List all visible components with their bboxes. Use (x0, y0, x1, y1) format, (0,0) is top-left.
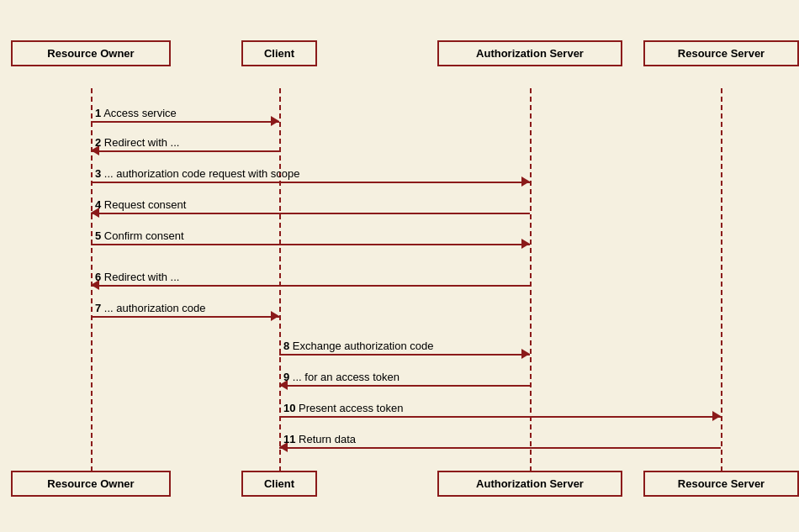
arrow-label-step-8: 8 Exchange authorization code (283, 340, 434, 352)
actor-box-bottom-auth-server: Authorization Server (437, 471, 622, 497)
actor-box-top-auth-server: Authorization Server (437, 40, 622, 66)
arrow-line (91, 244, 530, 245)
arrow-label-step-11: 11 Return data (283, 433, 356, 445)
arrow-line (279, 385, 530, 387)
step-number: 4 (95, 198, 101, 211)
actor-box-top-client: Client (241, 40, 317, 66)
arrow-label-step-3: 3 ... authorization code request with sc… (95, 167, 300, 180)
arrow-line (91, 213, 530, 214)
arrow-line (279, 447, 721, 449)
arrow-head (521, 176, 530, 187)
arrow-label-step-9: 9 ... for an access token (283, 371, 400, 383)
step-number: 9 (283, 371, 289, 383)
step-number: 2 (95, 136, 101, 149)
actor-box-bottom-client: Client (241, 471, 317, 497)
arrow-label-step-2: 2 Redirect with ... (95, 136, 179, 149)
step-number: 6 (95, 271, 101, 283)
arrow-label-step-1: 1 Access service (95, 107, 177, 119)
actor-box-bottom-resource-server: Resource Server (643, 471, 799, 497)
diagram-container: Resource OwnerClientAuthorization Server… (0, 0, 799, 532)
arrow-label-step-10: 10 Present access token (283, 402, 403, 414)
arrow-line (91, 150, 279, 152)
arrow-label-step-6: 6 Redirect with ... (95, 271, 179, 283)
arrow-line (279, 354, 530, 356)
actor-box-bottom-resource-owner: Resource Owner (11, 471, 171, 497)
step-number: 10 (283, 402, 295, 414)
arrow-line (91, 182, 530, 183)
arrow-line (279, 416, 721, 418)
diagram-title (0, 0, 799, 8)
arrow-line (91, 316, 279, 318)
arrow-label-step-5: 5 Confirm consent (95, 229, 184, 242)
step-number: 1 (95, 107, 101, 119)
arrow-step-11 (0, 443, 799, 453)
step-number: 8 (283, 340, 289, 352)
arrow-line (91, 285, 530, 287)
actor-box-top-resource-owner: Resource Owner (11, 40, 171, 66)
arrow-line (91, 121, 279, 123)
arrow-head (521, 349, 530, 359)
arrow-head (521, 239, 530, 249)
arrow-label-step-7: 7 ... authorization code (95, 302, 206, 314)
arrow-head (271, 116, 279, 126)
arrow-head (712, 411, 721, 421)
step-number: 7 (95, 302, 101, 314)
step-number: 5 (95, 229, 101, 242)
arrow-head (271, 311, 279, 321)
arrow-label-step-4: 4 Request consent (95, 198, 186, 211)
step-number: 11 (283, 433, 295, 445)
actor-box-top-resource-server: Resource Server (643, 40, 799, 66)
step-number: 3 (95, 167, 101, 180)
